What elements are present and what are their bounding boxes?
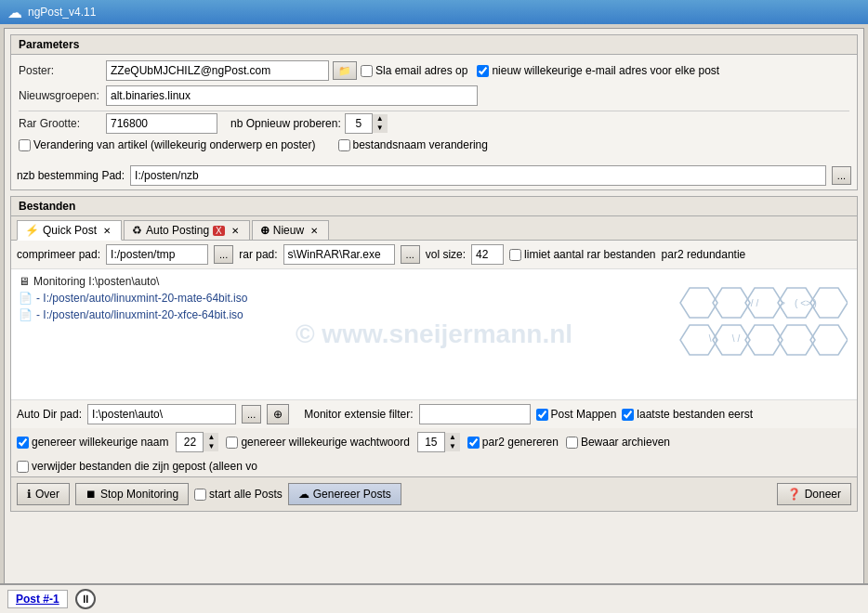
- rar-path-label: rar pad:: [239, 248, 277, 261]
- auto-posting-icon: ♻: [132, 224, 142, 237]
- random-name-checkbox-label[interactable]: genereer willekeurige naam: [17, 436, 168, 449]
- random-pass-up-button[interactable]: ▲: [445, 433, 460, 442]
- rar-size-input[interactable]: [106, 113, 217, 134]
- random-name-checkbox[interactable]: [17, 437, 29, 449]
- retry-input[interactable]: [345, 113, 373, 134]
- svg-marker-0: [680, 288, 717, 318]
- tab-nieuw[interactable]: ⊕ Nieuw ✕: [252, 220, 329, 240]
- quick-post-close-icon[interactable]: ✕: [100, 224, 113, 237]
- nzb-path-label: nzb bestemming Pad:: [17, 169, 125, 182]
- auto-posting-close-icon[interactable]: ✕: [229, 224, 242, 237]
- rar-browse-button[interactable]: ...: [401, 245, 420, 264]
- post-mappen-checkbox-label[interactable]: Post Mappen: [536, 408, 617, 421]
- quick-post-icon: ⚡: [25, 224, 39, 237]
- retry-down-button[interactable]: ▼: [373, 124, 388, 133]
- random-email-checkbox[interactable]: [477, 65, 489, 77]
- poster-input[interactable]: [106, 60, 329, 81]
- random-email-checkbox-label[interactable]: nieuw willekeurige e-mail adres voor elk…: [477, 64, 719, 77]
- par2-label: par2 redundantie: [662, 248, 746, 261]
- limit-rar-checkbox[interactable]: [509, 249, 521, 261]
- monitor-filter-label: Monitor extensie filter:: [304, 408, 413, 421]
- svg-marker-1: [713, 288, 750, 318]
- file-icon-2: 📄: [19, 308, 33, 321]
- action-bar: ℹ Over ⏹ Stop Monitoring start alle Post…: [11, 476, 857, 511]
- autodir-add-button[interactable]: ⊕: [267, 404, 289, 424]
- svg-text:( <> ): ( <> ): [795, 298, 817, 308]
- compress-browse-button[interactable]: ...: [214, 245, 233, 264]
- options-row: genereer willekeurige naam ▲ ▼ genereer …: [11, 428, 857, 476]
- stop-icon: ⏹: [85, 488, 97, 501]
- tab-quick-post-label: Quick Post: [43, 224, 97, 237]
- pause-button[interactable]: ⏸: [75, 589, 96, 609]
- latest-first-checkbox[interactable]: [622, 409, 634, 421]
- compress-input[interactable]: [106, 244, 208, 265]
- limit-rar-checkbox-label[interactable]: limiet aantal rar bestanden: [509, 248, 655, 261]
- nzb-path-row: nzb bestemming Pad: ...: [11, 162, 857, 189]
- parameters-section: Parameters Poster: 📁 Sla email adres op …: [10, 34, 858, 190]
- tab-quick-post[interactable]: ⚡ Quick Post ✕: [17, 220, 122, 241]
- tab-auto-posting[interactable]: ♻ Auto Posting X ✕: [124, 220, 250, 240]
- delete-posted-checkbox[interactable]: [17, 461, 29, 473]
- tab-nieuw-label: Nieuw: [273, 224, 304, 237]
- random-name-up-button[interactable]: ▲: [204, 433, 218, 442]
- random-pass-checkbox[interactable]: [226, 437, 238, 449]
- pause-icon: ⏸: [80, 593, 91, 606]
- post-mappen-checkbox[interactable]: [536, 409, 548, 421]
- tab-auto-posting-label: Auto Posting: [146, 224, 209, 237]
- retry-spinbox: ▲ ▼: [345, 113, 388, 134]
- nieuw-close-icon[interactable]: ✕: [308, 224, 321, 237]
- random-name-down-button[interactable]: ▼: [204, 442, 218, 451]
- files-area: 🖥 Monitoring I:\posten\auto\ 📄 - I:/post…: [11, 269, 857, 399]
- generate-posts-button[interactable]: ☁ Genereer Posts: [288, 483, 401, 505]
- svg-text:>: >: [780, 298, 785, 308]
- stop-monitoring-button[interactable]: ⏹ Stop Monitoring: [75, 483, 189, 505]
- nzb-path-input[interactable]: [130, 165, 826, 186]
- filename-change-checkbox-label[interactable]: bestandsnaam verandering: [338, 138, 488, 151]
- tab-bar: ⚡ Quick Post ✕ ♻ Auto Posting X ✕ ⊕ Nieu…: [11, 216, 857, 241]
- rar-size-label: Rar Grootte:: [19, 117, 102, 130]
- random-pass-input[interactable]: [417, 432, 445, 452]
- monitor-filter-input[interactable]: [419, 404, 531, 424]
- keep-archives-checkbox-label[interactable]: Bewaar archieven: [566, 436, 670, 449]
- latest-first-checkbox-label[interactable]: laatste bestanden eerst: [622, 408, 753, 421]
- par2-gen-checkbox[interactable]: [467, 437, 480, 449]
- save-email-checkbox[interactable]: [361, 65, 373, 77]
- svg-marker-7: [745, 325, 783, 355]
- cloud-icon: ☁: [298, 488, 309, 501]
- filename-change-checkbox[interactable]: [338, 139, 350, 151]
- donate-button[interactable]: ❓ Doneer: [777, 483, 851, 505]
- save-email-checkbox-label[interactable]: Sla email adres op: [361, 64, 467, 77]
- article-change-checkbox-label[interactable]: Verandering van artikel (willekeurig ond…: [19, 138, 316, 151]
- svg-marker-8: [778, 325, 815, 355]
- par2-gen-checkbox-label[interactable]: par2 genereren: [467, 436, 559, 449]
- nzb-browse-button[interactable]: ...: [832, 166, 851, 185]
- retry-up-button[interactable]: ▲: [373, 114, 388, 124]
- start-posts-checkbox-label[interactable]: start alle Posts: [194, 488, 283, 501]
- poster-row: Poster: 📁 Sla email adres op nieuw wille…: [19, 60, 849, 81]
- over-button[interactable]: ℹ Over: [17, 483, 70, 505]
- newsgroups-input[interactable]: [106, 85, 478, 106]
- start-posts-checkbox[interactable]: [194, 489, 206, 501]
- vol-size-input[interactable]: [471, 244, 504, 265]
- newsgroups-row: Nieuwsgroepen:: [19, 85, 849, 106]
- poster-browse-button[interactable]: 📁: [333, 61, 357, 80]
- autodir-input[interactable]: [87, 404, 236, 424]
- random-pass-down-button[interactable]: ▼: [445, 442, 460, 451]
- bottom-tab-post[interactable]: Post #-1: [7, 590, 68, 608]
- retry-label: nb Opnieuw proberen:: [230, 117, 341, 130]
- autodir-browse-button[interactable]: ...: [242, 405, 261, 424]
- delete-posted-checkbox-label[interactable]: verwijder bestanden die zijn gepost (all…: [17, 460, 257, 473]
- random-name-input[interactable]: [176, 432, 204, 452]
- main-window: Parameters Poster: 📁 Sla email adres op …: [4, 28, 864, 589]
- watermark: © www.sneijermann.nl: [296, 320, 572, 349]
- random-pass-checkbox-label[interactable]: genereer willekeurige wachtwoord: [226, 436, 409, 449]
- bestanden-title: Bestanden: [11, 197, 857, 216]
- rar-path-input[interactable]: [283, 244, 395, 265]
- article-change-checkbox[interactable]: [19, 139, 31, 151]
- random-name-spinbox: ▲ ▼: [176, 432, 218, 452]
- compress-row: comprimeer pad: ... rar pad: ... vol siz…: [11, 241, 857, 269]
- parameters-title: Parameters: [11, 35, 857, 55]
- vol-size-label: vol size:: [426, 248, 466, 261]
- bottom-tab-label: Post #-1: [16, 593, 59, 606]
- keep-archives-checkbox[interactable]: [566, 437, 578, 449]
